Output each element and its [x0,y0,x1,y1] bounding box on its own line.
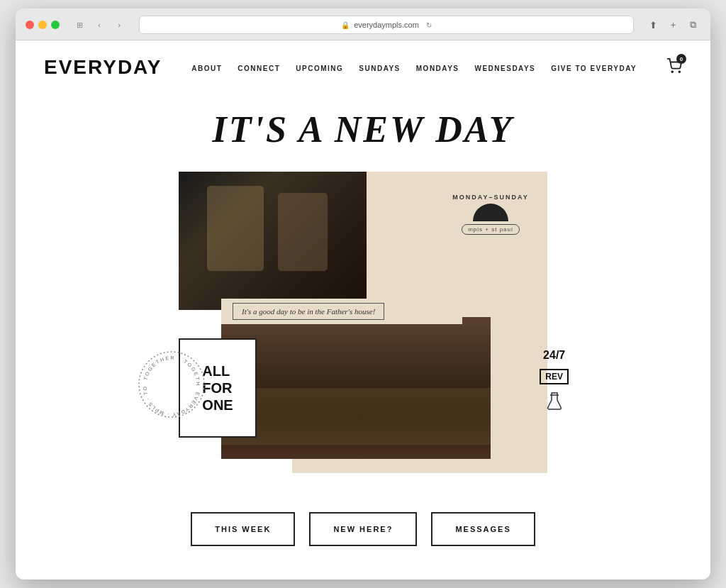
tabs-button[interactable]: ⧉ [685,17,700,33]
nav-upcoming[interactable]: UPCOMING [296,65,343,72]
cta-buttons: THIS WEEK NEW HERE? MESSAGES [191,512,535,546]
navbar: EVERYDAY ABOUT CONNECT UPCOMING SUNDAYS … [16,40,710,94]
side-stats: 24/7 REV [540,349,569,415]
new-here-button[interactable]: NEW HERE? [309,512,417,546]
svg-point-0 [671,71,673,72]
browser-controls: ⊞ ‹ › [71,18,128,32]
address-bar[interactable]: 🔒 everydaympls.com ↻ [139,16,634,34]
back-button[interactable]: ‹ [91,18,108,32]
flask-icon [547,392,562,415]
stat-rev: REV [540,369,569,384]
nav-about[interactable]: ABOUT [191,65,222,72]
url-text: everydaympls.com [354,21,419,29]
maximize-button[interactable] [51,21,60,29]
new-tab-button[interactable]: ＋ [665,17,681,33]
traffic-lights [26,21,60,29]
close-button[interactable] [26,21,34,29]
cart-count: 0 [676,54,686,64]
hero-section: IT'S A NEW DAY MONDAY–SUNDAY mpls + st p… [16,94,710,575]
this-week-button[interactable]: THIS WEEK [191,512,295,546]
photo-caption-text: It's a good day to be in the Father's ho… [233,303,384,320]
cart-button[interactable]: 0 [666,58,682,77]
browser-actions: ⬆ ＋ ⧉ [645,17,700,33]
browser-chrome: ⊞ ‹ › 🔒 everydaympls.com ↻ ⬆ ＋ ⧉ [16,9,710,40]
schedule-stamp: MONDAY–SUNDAY mpls + st paul [448,186,533,243]
stamp-semicircle [473,204,508,221]
photo-caption-wrapper: It's a good day to be in the Father's ho… [221,299,462,324]
speakers-photo [179,172,367,310]
circular-stamp: TOGETHER · TOGETHER · EVERYDAY EVERYDAY … [136,349,207,420]
nav-links: ABOUT CONNECT UPCOMING SUNDAYS MONDAYS W… [191,61,637,74]
svg-text:TOGETHER · TOGETHER · EVERYDAY: TOGETHER · TOGETHER · EVERYDAY [136,349,201,387]
browser-window: ⊞ ‹ › 🔒 everydaympls.com ↻ ⬆ ＋ ⧉ EVERYDA… [16,9,710,579]
nav-mondays[interactable]: MONDAYS [416,65,459,72]
minimize-button[interactable] [38,21,47,29]
forward-button[interactable]: › [111,18,128,32]
refresh-icon: ↻ [426,21,432,29]
collage-container: MONDAY–SUNDAY mpls + st paul It's a good… [179,172,547,477]
stat-247: 24/7 [543,349,565,362]
messages-button[interactable]: MESSAGES [431,512,535,546]
share-button[interactable]: ⬆ [645,17,661,33]
window-controls-icon[interactable]: ⊞ [71,18,88,32]
svg-point-1 [678,71,680,72]
stamp-days: MONDAY–SUNDAY [452,194,528,201]
nav-give[interactable]: GIVE TO EVERYDAY [551,65,637,72]
lock-icon: 🔒 [341,21,350,29]
page-content: EVERYDAY ABOUT CONNECT UPCOMING SUNDAYS … [16,40,710,579]
site-logo[interactable]: EVERYDAY [44,56,162,79]
nav-connect[interactable]: CONNECT [238,65,280,72]
hero-title: IT'S A NEW DAY [213,109,514,150]
stamp-location: mpls + st paul [462,224,520,235]
crowd-photo [221,317,491,459]
svg-point-3 [139,352,204,417]
nav-sundays[interactable]: SUNDAYS [359,65,400,72]
nav-wednesdays[interactable]: WEDNESDAYS [474,65,535,72]
